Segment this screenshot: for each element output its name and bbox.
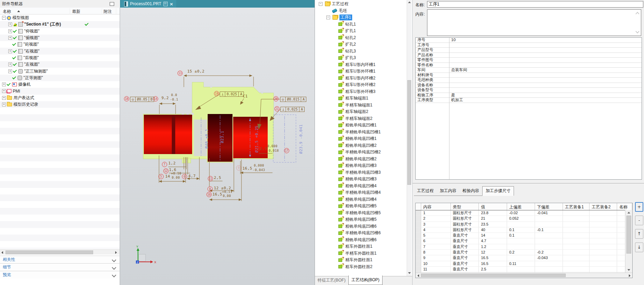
- property-row[interactable]: 产品名称: [416, 53, 642, 58]
- move-up-button[interactable]: ↑: [635, 229, 643, 239]
- close-icon[interactable]: ×: [170, 2, 174, 6]
- process-tree-item[interactable]: −工艺过程: [315, 1, 407, 8]
- process-tree-item[interactable]: 半精车轴端面1: [315, 102, 407, 109]
- process-tree-item[interactable]: 钻孔2: [315, 35, 407, 41]
- column-工艺装备2[interactable]: 工艺装备2: [589, 203, 617, 210]
- panel-splitter[interactable]: [413, 183, 644, 183]
- expander-icon[interactable]: +: [8, 36, 12, 40]
- section-预览[interactable]: 预览: [0, 271, 120, 278]
- process-tree-item[interactable]: 粗铣单纯底凹槽4: [315, 183, 407, 190]
- tab-工艺过程[interactable]: 工艺过程: [414, 187, 437, 196]
- panel-float-button[interactable]: [110, 2, 114, 6]
- move-down-button[interactable]: ↓: [635, 243, 643, 252]
- tree-item[interactable]: +用户表达式: [0, 95, 120, 101]
- horizontal-scrollbar[interactable]: [416, 273, 632, 278]
- process-tree-item[interactable]: 精铣单纯底凹槽5: [315, 216, 407, 223]
- scrollbar-thumb[interactable]: [407, 80, 411, 185]
- scroll-down-icon[interactable]: [635, 29, 639, 33]
- tab-特征工艺(BOF)[interactable]: 特征工艺(BOF): [315, 276, 348, 285]
- expander-icon[interactable]: −: [319, 2, 323, 6]
- expander-icon[interactable]: +: [2, 83, 6, 86]
- remove-row-button[interactable]: -: [635, 216, 643, 225]
- scrollbar-thumb[interactable]: [626, 216, 631, 254]
- tree-item[interactable]: −模型视图: [0, 15, 120, 21]
- table-row[interactable]: 9垂直尺寸16.5-0.043: [416, 255, 632, 261]
- process-tree-item[interactable]: 扩孔2: [315, 41, 407, 48]
- expander-icon[interactable]: +: [8, 29, 12, 33]
- process-tree-item[interactable]: 粗车U形外环槽2: [315, 82, 407, 88]
- table-row[interactable]: 1圆柱形尺寸23.8-0.02-0.041: [416, 210, 632, 216]
- expander-icon[interactable]: +: [2, 96, 6, 100]
- scroll-down-icon[interactable]: [627, 269, 630, 271]
- tree-item[interactable]: +"仰视图": [0, 28, 120, 35]
- expander-icon[interactable]: +: [8, 49, 12, 53]
- property-row[interactable]: 车间总装车间: [416, 68, 642, 73]
- process-tree-item[interactable]: 毛坯: [315, 8, 407, 15]
- tree-item[interactable]: "正等测图": [0, 75, 120, 81]
- name-input[interactable]: [427, 1, 643, 8]
- process-tree-item[interactable]: 粗车U形外环槽3: [315, 88, 407, 95]
- tree-item[interactable]: +模型历史记录: [0, 101, 120, 108]
- column-工艺装备1[interactable]: 工艺装备1: [563, 203, 590, 210]
- column-latest[interactable]: 最新: [72, 9, 80, 15]
- process-tree-item[interactable]: 精铣单纯底凹槽3: [315, 176, 407, 183]
- expander-icon[interactable]: +: [8, 69, 12, 73]
- process-tree-item[interactable]: 粗铣单纯底凹槽1: [315, 122, 407, 129]
- tree-item[interactable]: +摄像机: [0, 81, 120, 88]
- table-row[interactable]: 6垂直尺寸4.7: [416, 238, 632, 244]
- tab-工艺结构(BOP)[interactable]: 工艺结构(BOP): [348, 275, 383, 285]
- table-row[interactable]: 11垂直尺寸2.5: [416, 267, 632, 272]
- process-tree-item[interactable]: 精铣单纯底凹槽1: [315, 135, 407, 142]
- process-tree-item[interactable]: 钻孔1: [315, 21, 407, 28]
- tab-加工内容[interactable]: 加工内容: [437, 187, 459, 196]
- scroll-up-icon[interactable]: [627, 212, 630, 213]
- process-tree-item[interactable]: 半精铣单纯底凹槽5: [315, 210, 407, 217]
- process-tree-item[interactable]: 扩孔3: [315, 55, 407, 61]
- property-row[interactable]: 毛坯种类: [416, 78, 642, 83]
- process-tree-item[interactable]: 精车外圆柱面1: [315, 257, 407, 264]
- scroll-up-icon[interactable]: [408, 1, 411, 3]
- scroll-right-icon[interactable]: [629, 274, 631, 277]
- scroll-right-icon[interactable]: [115, 251, 117, 254]
- process-tree-item[interactable]: 半精铣单纯底凹槽6: [315, 230, 407, 237]
- property-row[interactable]: 零件名称: [416, 63, 642, 68]
- horizontal-scrollbar[interactable]: [0, 249, 120, 255]
- expander-icon[interactable]: +: [8, 63, 12, 66]
- process-tree-item[interactable]: 粗车U形外环槽1: [315, 68, 407, 75]
- 3d-viewport[interactable]: 15 ±0,29,20.0-0.1C11,21,614+0.100.004,72…: [120, 8, 315, 285]
- property-row[interactable]: 设备名称: [416, 83, 642, 88]
- table-row[interactable]: 10垂直尺寸16.50.11: [416, 261, 632, 267]
- process-tree-item[interactable]: 半精铣单纯底凹槽4: [315, 189, 407, 196]
- property-row[interactable]: 设备型号: [416, 88, 642, 93]
- tree-item[interactable]: +"右视图": [0, 48, 120, 54]
- vertical-scrollbar[interactable]: [407, 0, 412, 276]
- process-tree-item[interactable]: 粗车轴端面1: [315, 95, 407, 102]
- process-tree-item[interactable]: 粗车U形内环槽1: [315, 61, 407, 68]
- tree-item[interactable]: +"Section #1" (工作): [0, 21, 120, 28]
- property-row[interactable]: 材料牌号: [416, 73, 642, 78]
- process-tree-item[interactable]: 半精铣单纯底凹槽2: [315, 149, 407, 156]
- process-tree-item[interactable]: 半精铣单纯底凹槽3: [315, 169, 407, 176]
- process-tree-item[interactable]: 半精铣单纯底凹槽1: [315, 129, 407, 136]
- tree-item[interactable]: +"正三轴测图": [0, 68, 120, 74]
- column-上偏差[interactable]: 上偏差: [507, 203, 535, 210]
- process-tree-item[interactable]: 精铣单纯底凹槽4: [315, 196, 407, 203]
- scroll-down-icon[interactable]: [408, 272, 411, 274]
- tab-检验内容[interactable]: 检验内容: [459, 187, 482, 196]
- table-row[interactable]: 4圆柱形尺寸400.1-0.1: [416, 227, 632, 233]
- scroll-left-icon[interactable]: [417, 274, 419, 277]
- process-tree-item[interactable]: 粗车外圆柱面1: [315, 243, 407, 250]
- process-tree-item[interactable]: 粗铣单纯底凹槽6: [315, 223, 407, 230]
- column-内容[interactable]: 内容: [421, 203, 451, 210]
- table-row[interactable]: 2圆柱形尺寸210.052: [416, 216, 632, 221]
- expander-icon[interactable]: −: [326, 16, 330, 19]
- tree-item[interactable]: "前视图": [0, 41, 120, 48]
- column-下偏差[interactable]: 下偏差: [535, 203, 563, 210]
- process-tree-item[interactable]: 扩孔1: [315, 28, 407, 35]
- expander-icon[interactable]: +: [2, 89, 6, 93]
- section-相关性[interactable]: 相关性: [0, 256, 120, 263]
- table-row[interactable]: 5垂直尺寸140.1: [416, 233, 632, 238]
- process-tree-item[interactable]: 半精车轴端面2: [315, 115, 407, 122]
- process-tree-item[interactable]: 粗车外圆柱面2: [315, 264, 407, 270]
- process-tree-item[interactable]: 钻孔3: [315, 48, 407, 55]
